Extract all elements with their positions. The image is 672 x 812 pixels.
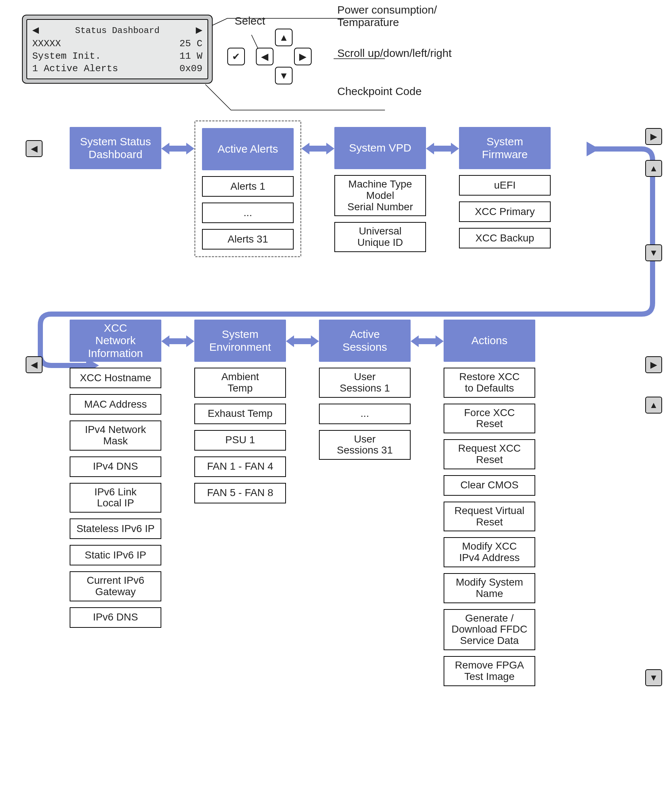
dpad-left-button[interactable]: ◀ — [256, 48, 274, 65]
menu-active-alerts[interactable]: Active Alerts — [202, 128, 294, 170]
svg-marker-3 — [301, 143, 334, 155]
nav-left-row1[interactable]: ◀ — [26, 140, 43, 157]
menu-system-firmware[interactable]: SystemFirmware — [459, 127, 551, 169]
sess-items: UserSessions 1...UserSessions 31 — [319, 368, 411, 460]
dpad: ▲ ◀ ▶ ▼ — [256, 29, 311, 84]
env-items: AmbientTempExhaust TempPSU 1FAN 1 - FAN … — [194, 368, 286, 503]
svg-marker-4 — [426, 143, 459, 155]
dpad-up-button[interactable]: ▲ — [275, 29, 293, 46]
col-firmware: SystemFirmware uEFIXCC PrimaryXCC Backup — [459, 127, 551, 248]
col-env: SystemEnvironment AmbientTempExhaust Tem… — [194, 320, 286, 503]
list-item[interactable]: Machine TypeModelSerial Number — [334, 175, 426, 216]
list-item[interactable]: UniversalUnique ID — [334, 222, 426, 252]
menu-xcc-network[interactable]: XCCNetworkInformation — [70, 320, 161, 362]
lcd-line1-left: XXXXX — [32, 38, 61, 50]
power-temp-label: Power consumption/Temparature — [337, 3, 452, 29]
menu-flow-diagram: ◀ ▶ ▲ ▼ System StatusDashboard Active Al… — [22, 127, 650, 686]
list-item[interactable]: Static IPv6 IP — [70, 545, 161, 565]
select-button[interactable]: ✔ — [227, 48, 245, 65]
list-item[interactable]: IPv6 LinkLocal IP — [70, 483, 161, 513]
nav-right-row1[interactable]: ▶ — [645, 128, 662, 145]
list-item[interactable]: IPv4 NetworkMask — [70, 420, 161, 450]
list-item[interactable]: Clear CMOS — [444, 475, 535, 496]
checkpoint-label: Checkpoint Code — [337, 85, 452, 97]
lcd-line1-right: 25 C — [180, 38, 202, 50]
list-item[interactable]: Generate /Download FFDCService Data — [444, 609, 535, 650]
svg-marker-6 — [286, 335, 319, 347]
biarrow-4 — [161, 332, 194, 350]
biarrow-1 — [161, 140, 194, 158]
lcd-line2-left: System Init. — [32, 50, 101, 63]
menu-active-sessions[interactable]: ActiveSessions — [319, 320, 411, 362]
col-net: XCCNetworkInformation XCC HostnameMAC Ad… — [70, 320, 161, 628]
list-item[interactable]: Request XCCReset — [444, 439, 535, 469]
menu-system-vpd[interactable]: System VPD — [334, 127, 426, 169]
lcd-line3-right: 0x09 — [180, 63, 202, 75]
top-section: ◀ Status Dashboard ▶ XXXXX 25 C System I… — [22, 15, 650, 97]
list-item[interactable]: FAN 5 - FAN 8 — [194, 483, 286, 503]
list-item[interactable]: Stateless IPv6 IP — [70, 519, 161, 539]
col-status: System StatusDashboard — [70, 127, 161, 169]
lcd-line2-right: 11 W — [180, 50, 202, 63]
nav-up-row1[interactable]: ▲ — [645, 160, 662, 177]
lcd-left-arrow-icon: ◀ — [32, 24, 39, 38]
lcd-title: Status Dashboard — [75, 25, 160, 36]
biarrow-2 — [301, 140, 334, 158]
list-item[interactable]: Current IPv6Gateway — [70, 571, 161, 601]
list-item[interactable]: Force XCCReset — [444, 404, 535, 434]
list-item[interactable]: FAN 1 - FAN 4 — [194, 456, 286, 477]
lcd-screen: ◀ Status Dashboard ▶ XXXXX 25 C System I… — [26, 19, 208, 79]
list-item[interactable]: Alerts 31 — [202, 229, 294, 249]
firmware-items: uEFIXCC PrimaryXCC Backup — [459, 175, 551, 248]
net-items: XCC HostnameMAC AddressIPv4 NetworkMaskI… — [70, 368, 161, 628]
list-item[interactable]: UserSessions 1 — [319, 368, 411, 398]
list-item[interactable]: Modify XCCIPv4 Address — [444, 537, 535, 567]
col-actions: Actions Restore XCCto DefaultsForce XCCR… — [444, 320, 535, 686]
list-item[interactable]: XCC Hostname — [70, 368, 161, 388]
vpd-items: Machine TypeModelSerial NumberUniversalU… — [334, 175, 426, 252]
dpad-right-button[interactable]: ▶ — [294, 48, 311, 65]
svg-marker-2 — [161, 143, 194, 155]
menu-actions[interactable]: Actions — [444, 320, 535, 362]
list-item[interactable]: Exhaust Temp — [194, 404, 286, 424]
actions-items: Restore XCCto DefaultsForce XCCResetRequ… — [444, 368, 535, 686]
select-label: Select — [235, 15, 311, 27]
list-item[interactable]: IPv6 DNS — [70, 607, 161, 628]
list-item[interactable]: XCC Primary — [459, 201, 551, 222]
lcd-right-arrow-icon: ▶ — [196, 24, 202, 38]
list-item[interactable]: XCC Backup — [459, 228, 551, 248]
nav-down-row2-bottom[interactable]: ▼ — [645, 669, 662, 686]
col-vpd: System VPD Machine TypeModelSerial Numbe… — [334, 127, 426, 252]
dpad-down-button[interactable]: ▼ — [275, 67, 293, 84]
biarrow-3 — [426, 140, 459, 158]
list-item[interactable]: Alerts 1 — [202, 176, 294, 197]
list-item[interactable]: ... — [319, 404, 411, 424]
list-item[interactable]: Remove FPGATest Image — [444, 656, 535, 686]
list-item[interactable]: Modify SystemName — [444, 573, 535, 603]
list-item[interactable]: uEFI — [459, 175, 551, 196]
svg-marker-5 — [161, 335, 194, 347]
list-item[interactable]: Restore XCCto Defaults — [444, 368, 535, 398]
col-sessions: ActiveSessions UserSessions 1...UserSess… — [319, 320, 411, 460]
lcd-line3-left: 1 Active Alerts — [32, 63, 118, 75]
list-item[interactable]: IPv4 DNS — [70, 456, 161, 477]
list-item[interactable]: AmbientTemp — [194, 368, 286, 398]
list-item[interactable]: PSU 1 — [194, 430, 286, 450]
menu-system-status[interactable]: System StatusDashboard — [70, 127, 161, 169]
list-item[interactable]: Request VirtualReset — [444, 502, 535, 532]
biarrow-5 — [286, 332, 319, 350]
list-item[interactable]: MAC Address — [70, 394, 161, 415]
list-item[interactable]: ... — [202, 203, 294, 223]
active-alerts-group: Active Alerts Alerts 1...Alerts 31 — [194, 120, 301, 257]
list-item[interactable]: UserSessions 31 — [319, 430, 411, 460]
scroll-label: Scroll up/down/left/right — [337, 47, 452, 60]
svg-marker-7 — [411, 335, 444, 347]
alerts-items: Alerts 1...Alerts 31 — [202, 176, 294, 249]
biarrow-6 — [411, 332, 444, 350]
lcd-panel: ◀ Status Dashboard ▶ XXXXX 25 C System I… — [22, 15, 213, 84]
nav-down-row1[interactable]: ▼ — [645, 244, 662, 261]
nav-left-row2[interactable]: ◀ — [26, 356, 43, 373]
menu-system-environment[interactable]: SystemEnvironment — [194, 320, 286, 362]
